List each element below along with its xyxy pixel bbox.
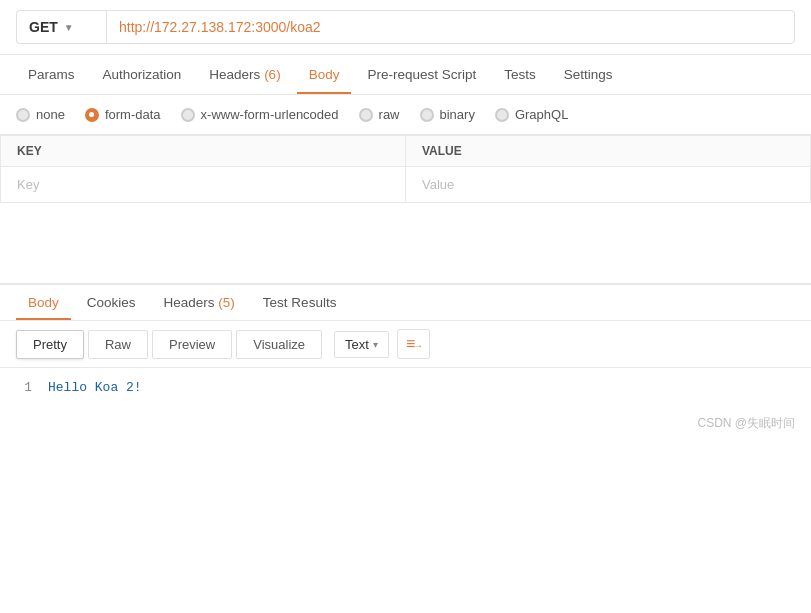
radio-binary-circle — [420, 108, 434, 122]
radio-form-data-circle — [85, 108, 99, 122]
table-row: Key Value — [1, 167, 811, 203]
format-label: Text — [345, 337, 369, 352]
key-cell[interactable]: Key — [1, 167, 406, 203]
tab-prerequest[interactable]: Pre-request Script — [355, 55, 488, 94]
radio-raw[interactable]: raw — [359, 107, 400, 122]
tab-tests[interactable]: Tests — [492, 55, 548, 94]
watermark: CSDN @失眠时间 — [0, 407, 811, 440]
url-bar: GET ▼ — [0, 0, 811, 55]
wrap-icon: ≡→ — [406, 335, 421, 353]
format-chevron-icon: ▾ — [373, 339, 378, 350]
response-tab-test-results[interactable]: Test Results — [251, 285, 349, 320]
preview-button[interactable]: Preview — [152, 330, 232, 359]
value-cell[interactable]: Value — [406, 167, 811, 203]
wrap-button[interactable]: ≡→ — [397, 329, 430, 359]
url-input[interactable] — [106, 10, 795, 44]
radio-graphql[interactable]: GraphQL — [495, 107, 568, 122]
radio-graphql-circle — [495, 108, 509, 122]
nav-tabs: Params Authorization Headers (6) Body Pr… — [0, 55, 811, 95]
col-value-header: VALUE — [406, 136, 811, 167]
visualize-button[interactable]: Visualize — [236, 330, 322, 359]
line-number-1: 1 — [16, 380, 32, 395]
tab-settings[interactable]: Settings — [552, 55, 625, 94]
response-section: Body Cookies Headers (5) Test Results Pr… — [0, 283, 811, 407]
method-select[interactable]: GET ▼ — [16, 10, 106, 44]
form-table: KEY VALUE Key Value — [0, 135, 811, 203]
method-chevron: ▼ — [64, 22, 74, 33]
format-select[interactable]: Text ▾ — [334, 331, 389, 358]
col-key-header: KEY — [1, 136, 406, 167]
radio-urlencoded-circle — [181, 108, 195, 122]
tab-headers[interactable]: Headers (6) — [197, 55, 292, 94]
body-type-selector: none form-data x-www-form-urlencoded raw… — [0, 95, 811, 135]
response-line-1: 1 Hello Koa 2! — [16, 380, 795, 395]
tab-body[interactable]: Body — [297, 55, 352, 94]
radio-none[interactable]: none — [16, 107, 65, 122]
response-body: 1 Hello Koa 2! — [0, 368, 811, 407]
radio-binary[interactable]: binary — [420, 107, 475, 122]
response-toolbar: Pretty Raw Preview Visualize Text ▾ ≡→ — [0, 321, 811, 368]
response-tab-cookies[interactable]: Cookies — [75, 285, 148, 320]
response-tabs: Body Cookies Headers (5) Test Results — [0, 285, 811, 321]
raw-button[interactable]: Raw — [88, 330, 148, 359]
pretty-button[interactable]: Pretty — [16, 330, 84, 359]
method-label: GET — [29, 19, 58, 35]
tab-params[interactable]: Params — [16, 55, 87, 94]
tab-authorization[interactable]: Authorization — [91, 55, 194, 94]
response-tab-headers[interactable]: Headers (5) — [152, 285, 247, 320]
radio-urlencoded[interactable]: x-www-form-urlencoded — [181, 107, 339, 122]
line-content-1: Hello Koa 2! — [48, 380, 142, 395]
empty-area — [0, 203, 811, 283]
response-tab-body[interactable]: Body — [16, 285, 71, 320]
radio-none-circle — [16, 108, 30, 122]
radio-form-data[interactable]: form-data — [85, 107, 161, 122]
radio-raw-circle — [359, 108, 373, 122]
